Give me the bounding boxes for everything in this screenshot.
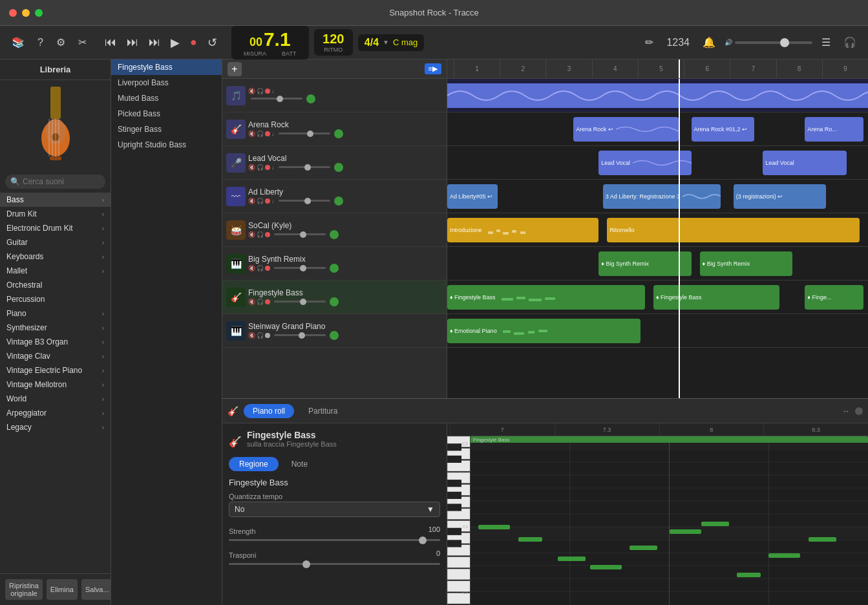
chevron-down-icon: ▼	[427, 505, 434, 514]
rewind-button[interactable]: ⏮	[101, 33, 120, 52]
clip-socal-1[interactable]: Introduzione	[447, 218, 598, 242]
clip-bigsynth-1[interactable]: ♦ Big Synth Remix	[598, 251, 691, 276]
track-volume-slider[interactable]	[274, 267, 326, 269]
inst-muted-bass[interactable]: Muted Bass	[111, 90, 222, 106]
close-button[interactable]	[9, 9, 17, 17]
pr-regione-button[interactable]: Regione	[229, 457, 279, 471]
scissors-button[interactable]: ✂	[74, 34, 90, 51]
add-track-button[interactable]: +	[228, 62, 242, 76]
record-button[interactable]: ●	[186, 33, 201, 52]
time-signature-display[interactable]: 4/4 ▼ C mag	[358, 34, 424, 51]
search-input[interactable]	[23, 177, 100, 186]
minimize-button[interactable]	[22, 9, 30, 17]
category-world[interactable]: World ›	[0, 392, 111, 406]
save-button[interactable]: Salva...	[81, 579, 113, 600]
midi-note[interactable]	[590, 565, 622, 569]
inst-fingestyle-bass[interactable]: Fingestyle Bass	[111, 59, 222, 75]
track-volume-slider[interactable]	[251, 98, 302, 100]
audio-clip-1[interactable]	[447, 83, 868, 108]
clip-ad-liberty-1[interactable]: Ad Liberty#05 ↩	[447, 184, 498, 209]
category-vintage-clav[interactable]: Vintage Clav ›	[0, 349, 111, 363]
midi-note[interactable]	[670, 529, 701, 534]
category-vintage-mellotron[interactable]: Vintage Mellotron ›	[0, 377, 111, 392]
inst-upright-studio-bass[interactable]: Upright Studio Bass	[111, 137, 222, 153]
headphones-button[interactable]: 🎧	[840, 34, 860, 51]
midi-note[interactable]	[809, 537, 836, 542]
svg-rect-17	[545, 297, 555, 300]
midi-grid[interactable]: Fingestyle Bass	[471, 436, 868, 605]
midi-notes-mini	[500, 326, 641, 337]
midi-note[interactable]	[518, 537, 542, 542]
category-guitar[interactable]: Guitar ›	[0, 235, 111, 249]
list-view-button[interactable]: ☰	[818, 34, 834, 51]
clip-ad-liberty-2[interactable]: 3 Ad Liberty: Registrazione 3	[603, 184, 721, 209]
category-keyboards[interactable]: Keyboards ›	[0, 249, 111, 264]
to-start-button[interactable]: ⏭	[145, 33, 164, 52]
metronome-button[interactable]: 🔔	[699, 34, 719, 51]
category-legacy[interactable]: Legacy ›	[0, 420, 111, 434]
category-mallet[interactable]: Mallet ›	[0, 264, 111, 278]
category-arpeggiator[interactable]: Arpeggiator ›	[0, 406, 111, 420]
category-bass[interactable]: Bass ›	[0, 193, 111, 207]
clip-bass-1[interactable]: ♦ Fingestyle Bass	[447, 285, 645, 310]
piano-roll-options-dot[interactable]	[855, 407, 863, 415]
clip-bass-2[interactable]: ♦ Fingestyle Bass	[653, 285, 779, 310]
clip-arena-rock-1[interactable]: Arena Rock ↩	[573, 117, 679, 142]
midi-note[interactable]	[558, 557, 586, 561]
track-volume-slider[interactable]	[274, 301, 326, 302]
category-vintage-ep[interactable]: Vintage Electric Piano ›	[0, 363, 111, 377]
category-percussion[interactable]: Percussion	[0, 292, 111, 306]
piano-roll-tab[interactable]: Piano roll	[244, 404, 294, 418]
category-vintage-b3[interactable]: Vintage B3 Organ ›	[0, 335, 111, 349]
track-volume-slider[interactable]	[279, 200, 330, 202]
pr-trasponi-slider[interactable]	[229, 563, 440, 565]
midi-note[interactable]	[768, 553, 800, 558]
category-piano[interactable]: Piano ›	[0, 306, 111, 321]
fast-forward-button[interactable]: ⏭	[123, 33, 142, 52]
ruler-mark-3: 3	[545, 59, 591, 78]
clip-bass-3[interactable]: ♦ Finge...	[805, 285, 863, 310]
clip-arena-rock-2[interactable]: Arena Rock #01,2 ↩	[692, 117, 755, 142]
clip-lead-vocal-2[interactable]: Lead Vocal	[763, 151, 847, 175]
settings-button[interactable]: ⚙	[52, 34, 69, 51]
clip-arena-rock-3[interactable]: Arena Ro...	[805, 117, 863, 142]
track-volume-slider[interactable]	[279, 133, 330, 134]
category-electronic-drum[interactable]: Electronic Drum Kit ›	[0, 221, 111, 235]
category-orchestral[interactable]: Orchestral	[0, 278, 111, 292]
restore-original-button[interactable]: Ripristina originale	[5, 579, 43, 600]
track-volume-slider[interactable]	[274, 334, 326, 336]
clip-lead-vocal-1[interactable]: Lead Vocal	[598, 151, 691, 175]
bpm-display[interactable]: 120 RITMO	[314, 29, 353, 56]
count-in-button[interactable]: 1234	[662, 34, 693, 51]
clip-socal-2[interactable]: Ritornello	[607, 218, 860, 242]
search-box[interactable]: 🔍	[5, 175, 105, 189]
play-button[interactable]: ▶	[167, 33, 184, 52]
midi-note[interactable]	[478, 525, 510, 529]
inst-picked-bass[interactable]: Picked Bass	[111, 106, 222, 122]
cycle-button[interactable]: ↺	[204, 33, 221, 52]
help-button[interactable]: ?	[34, 34, 47, 51]
inst-stinger-bass[interactable]: Stinger Bass	[111, 122, 222, 137]
maximize-button[interactable]	[35, 9, 43, 17]
inst-liverpool-bass[interactable]: Liverpool Bass	[111, 75, 222, 90]
clip-bigsynth-2[interactable]: ♦ Big Synth Remix	[700, 251, 792, 276]
track-volume-slider[interactable]	[274, 233, 326, 235]
clip-piano-1[interactable]: ♦ Emotional Piano	[447, 319, 640, 343]
category-drum-kit[interactable]: Drum Kit ›	[0, 207, 111, 221]
timecode-beat: 7.1	[264, 28, 291, 50]
smart-controls-toggle[interactable]: ≡▶	[425, 63, 441, 74]
pr-quantize-dropdown[interactable]: No ▼	[229, 502, 440, 517]
clip-ad-liberty-3[interactable]: (3 registrazioni) ↩	[734, 184, 826, 209]
midi-note[interactable]	[701, 522, 729, 526]
library-button[interactable]: 📚	[8, 34, 28, 51]
midi-note[interactable]	[630, 546, 657, 550]
midi-note[interactable]	[737, 573, 761, 577]
delete-button[interactable]: Elimina	[47, 579, 78, 600]
pr-strength-slider[interactable]	[229, 539, 440, 541]
category-synthesizer[interactable]: Synthesizer ›	[0, 321, 111, 335]
master-volume-slider[interactable]	[735, 41, 812, 44]
track-volume-slider[interactable]	[279, 166, 330, 168]
pr-note-button[interactable]: Note	[281, 457, 318, 471]
partitura-tab[interactable]: Partitura	[299, 404, 346, 418]
pencil-tool[interactable]: ✏	[641, 34, 657, 51]
